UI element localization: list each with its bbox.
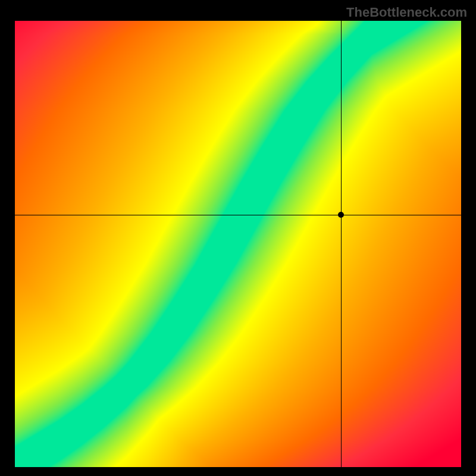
heatmap-canvas xyxy=(15,21,461,467)
crosshair-horizontal xyxy=(15,215,461,215)
marker-point xyxy=(338,212,344,218)
chart-container: TheBottleneck.com xyxy=(0,0,476,476)
watermark-text: TheBottleneck.com xyxy=(346,5,467,20)
heatmap-plot xyxy=(15,21,461,467)
crosshair-vertical xyxy=(341,21,342,467)
